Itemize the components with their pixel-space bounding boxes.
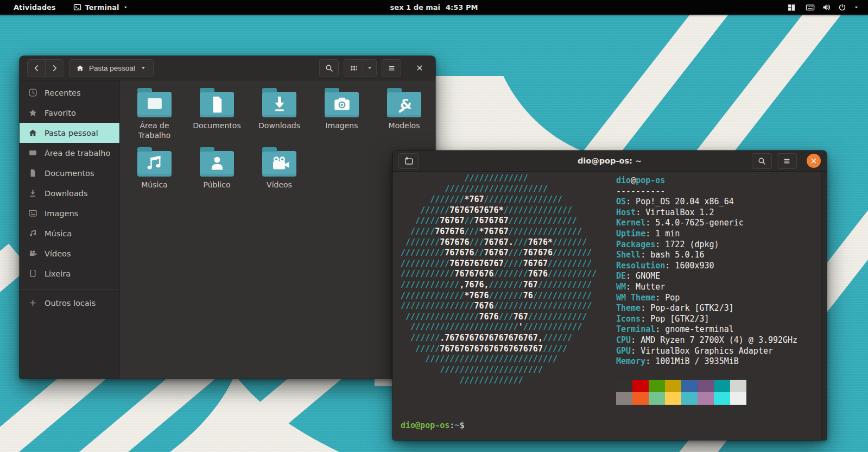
path-button[interactable]: Pasta pessoal (69, 59, 154, 77)
sidebar-item-label: Imagens (45, 209, 78, 218)
app-menu-label: Terminal (85, 3, 119, 11)
folder-imagens[interactable]: Imagens (311, 81, 373, 141)
power-icon (838, 3, 846, 11)
sidebar-item-label: Pasta pessoal (45, 129, 98, 137)
sidebar-item-label: Música (45, 229, 72, 238)
files-sidebar: RecentesFavoritoPasta pessoalÁrea de tra… (20, 80, 120, 379)
menu-button[interactable] (777, 153, 797, 169)
sidebar-item-area-de-trabalho[interactable]: Área de trabalho (20, 143, 119, 163)
folder-downloads[interactable]: Downloads (248, 81, 311, 141)
files-header-bar: Pasta pessoal (20, 56, 435, 80)
terminal-header-bar: dio@pop-os: ~ (392, 150, 827, 172)
sidebar-item-documentos[interactable]: Documentos (20, 163, 119, 183)
sidebar-item-label: Outros locais (45, 299, 96, 307)
palette-swatch (616, 380, 632, 392)
info-line-shell: Shell: bash 5.0.16 (616, 250, 797, 261)
clock-icon (28, 88, 37, 97)
back-button[interactable] (27, 59, 46, 77)
sidebar-item-musica[interactable]: Música (20, 223, 119, 243)
chevron-down-icon (853, 4, 859, 10)
files-content[interactable]: Área de TrabalhoDocumentosDownloadsImage… (120, 80, 435, 379)
tiling-menu-button[interactable] (787, 3, 796, 12)
sidebar-item-videos[interactable]: Vídeos (20, 243, 119, 263)
neofetch-ascii-art: ///////////// ///////////////////// ////… (401, 173, 597, 386)
info-line-kernel: Kernel: 5.4.0-7625-generic (616, 218, 797, 229)
chevron-down-icon (140, 65, 147, 71)
sidebar-item-label: Downloads (45, 189, 88, 198)
sidebar-item-label: Área de trabalho (45, 149, 110, 158)
menu-button[interactable] (382, 59, 401, 77)
folder-area-de-trabalho[interactable]: Área de Trabalho (123, 81, 186, 141)
top-bar-left: Atividades Terminal (7, 0, 135, 15)
info-user-host: dio@pop-os (616, 175, 797, 186)
terminal-content[interactable]: ///////////// ///////////////////// ////… (392, 172, 827, 440)
view-toggle (344, 59, 377, 77)
new-tab-button[interactable] (398, 153, 419, 169)
info-line-gpu: GPU: VirtualBox Graphics Adapter (616, 346, 797, 357)
sidebar-item-other-locations[interactable]: Outros locais (20, 293, 119, 313)
info-line-wm-theme: WM Theme: Pop (616, 293, 797, 304)
info-separator: ---------- (616, 186, 797, 197)
close-icon (810, 157, 818, 165)
folder-label: Imagens (325, 121, 358, 131)
terminal-window: dio@pop-os: ~ ///////////// ////////////… (392, 150, 827, 440)
palette-swatch (665, 392, 681, 405)
forward-button[interactable] (45, 59, 64, 77)
palette-swatch (665, 380, 681, 392)
folder-icon-camera (325, 92, 359, 117)
activities-button[interactable]: Atividades (7, 0, 62, 15)
sidebar-item-pasta-pessoal[interactable]: Pasta pessoal (20, 123, 119, 143)
files-window: Pasta pessoal (20, 56, 435, 379)
search-icon (325, 64, 334, 73)
folder-musica[interactable]: Música (123, 141, 186, 200)
folder-icon-public (200, 151, 234, 177)
sidebar-item-lixeira[interactable]: Lixeira (20, 263, 119, 284)
info-line-packages: Packages: 1722 (dpkg) (616, 240, 797, 250)
search-icon (757, 156, 766, 166)
sidebar-item-label: Favorito (45, 109, 76, 117)
sidebar-item-favorito[interactable]: Favorito (20, 103, 119, 123)
close-button[interactable] (411, 59, 428, 77)
keyboard-icon (806, 3, 815, 12)
sidebar-item-downloads[interactable]: Downloads (20, 183, 119, 203)
hamburger-icon (782, 156, 791, 166)
grid-view-button[interactable] (344, 59, 363, 77)
folder-documentos[interactable]: Documentos (186, 81, 248, 141)
grid-view-icon (349, 64, 358, 73)
palette-swatch (714, 380, 730, 392)
sidebar-item-label: Lixeira (45, 269, 71, 278)
folder-icon-download (262, 92, 296, 117)
video-icon (28, 249, 37, 258)
palette-swatch (632, 380, 649, 392)
home-icon (76, 64, 84, 72)
close-icon (415, 64, 424, 72)
plus-icon (28, 298, 37, 307)
folder-videos[interactable]: Vídeos (248, 141, 311, 200)
sidebar-item-recentes[interactable]: Recentes (20, 83, 119, 103)
info-line-os: OS: Pop!_OS 20.04 x86_64 (616, 197, 797, 208)
top-bar-right (787, 3, 859, 12)
app-menu-button[interactable]: Terminal (67, 0, 136, 15)
download-icon (28, 189, 37, 198)
desktop-icon (28, 148, 37, 158)
folder-modelos[interactable]: &Modelos (373, 81, 435, 141)
hamburger-icon (387, 64, 396, 73)
trash-icon (28, 269, 37, 278)
files-header-actions (319, 59, 428, 77)
search-button[interactable] (752, 153, 772, 169)
sidebar-item-imagens[interactable]: Imagens (20, 203, 119, 223)
palette-swatch (681, 380, 698, 392)
chevron-down-icon (366, 65, 373, 71)
system-menu-button[interactable] (806, 3, 859, 12)
info-line-de: DE: GNOME (616, 271, 797, 282)
clock-button[interactable]: sex 1 de mai 4:53 PM (390, 0, 478, 15)
info-line-resolution: Resolution: 1600x930 (616, 261, 797, 272)
folder-publico[interactable]: Público (186, 141, 248, 200)
shell-prompt: dio@pop-os:~$ (401, 420, 464, 431)
close-button[interactable] (807, 154, 821, 168)
view-options-button[interactable] (363, 59, 377, 77)
chevron-down-icon (123, 4, 129, 10)
terminal-app-icon (73, 3, 81, 11)
search-button[interactable] (319, 59, 339, 77)
palette-swatch (616, 392, 632, 405)
